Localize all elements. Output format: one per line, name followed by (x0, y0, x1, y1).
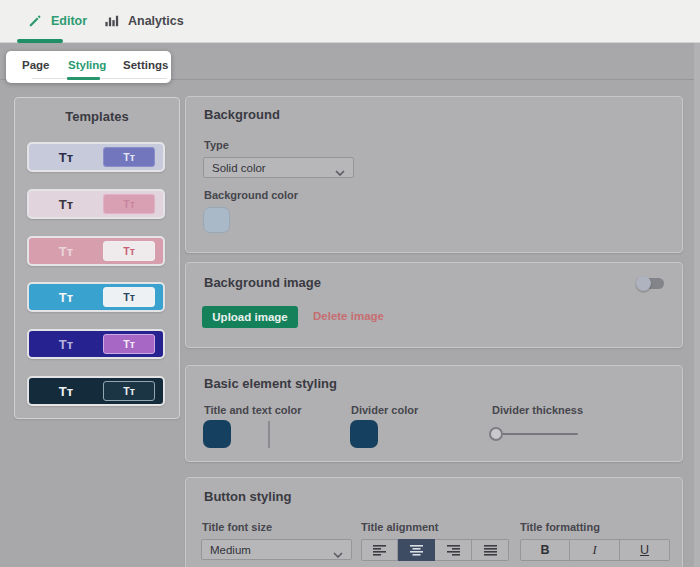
title-text-color-label: Title and text color (204, 404, 302, 416)
subtab-styling[interactable]: Styling (68, 59, 106, 71)
title-font-size-value: Medium (210, 544, 251, 556)
background-card: Background Type Solid color Background c… (185, 96, 683, 253)
template-sample-button: Tт (103, 334, 155, 354)
basic-styling-title: Basic element styling (204, 376, 337, 391)
template-item[interactable]: TтTт (27, 189, 165, 219)
top-bar: Editor Analytics (0, 0, 700, 43)
type-label: Type (204, 139, 229, 151)
divider-thickness-slider-knob[interactable] (489, 427, 503, 441)
template-item[interactable]: TтTт (27, 329, 165, 359)
align-justify-icon (483, 544, 498, 556)
template-sample-text: Tт (29, 378, 103, 404)
analytics-icon (104, 14, 119, 28)
button-styling-card: Button styling Title font size Medium Ti… (185, 477, 683, 567)
background-type-value: Solid color (212, 162, 266, 174)
scrollbar-track[interactable] (694, 43, 700, 567)
background-color-label: Background color (204, 189, 298, 201)
template-sample-button: Tт (103, 194, 155, 214)
divider-preview (268, 421, 270, 448)
align-left-icon (372, 544, 387, 556)
background-type-select[interactable]: Solid color (203, 157, 354, 178)
template-item[interactable]: TтTт (27, 142, 165, 172)
background-image-card: Background image Upload image Delete ima… (185, 262, 683, 348)
delete-image-button[interactable]: Delete image (313, 310, 384, 322)
template-sample-button: Tт (103, 381, 155, 401)
divider-thickness-label: Divider thickness (492, 404, 583, 416)
align-left-button[interactable] (361, 539, 398, 561)
template-sample-text: Tт (29, 191, 103, 217)
template-item[interactable]: TтTт (27, 282, 165, 312)
bold-button[interactable]: B (520, 539, 570, 561)
styling-tab-active-underline (67, 77, 100, 80)
button-styling-title: Button styling (204, 489, 291, 504)
template-sample-text: Tт (29, 331, 103, 357)
align-center-icon (409, 544, 424, 556)
template-sample-button: Tт (103, 147, 155, 167)
subtabs-highlight-box: Page Styling Settings (6, 51, 171, 83)
underline-button[interactable]: U (620, 539, 670, 561)
template-sample-button: Tт (103, 287, 155, 307)
editor-tab-active-underline (17, 39, 63, 43)
title-formatting-label: Title formatting (520, 521, 600, 533)
template-sample-text: Tт (29, 238, 103, 264)
align-justify-button[interactable] (472, 539, 509, 561)
divider-color-label: Divider color (351, 404, 418, 416)
tab-editor[interactable]: Editor (28, 0, 87, 42)
subtab-settings[interactable]: Settings (123, 59, 168, 71)
title-alignment-group (361, 539, 509, 561)
template-sample-button: Tт (103, 241, 155, 261)
align-center-button[interactable] (398, 539, 435, 561)
background-image-toggle[interactable] (636, 276, 666, 291)
toggle-knob (636, 276, 651, 291)
title-text-color-swatch[interactable] (203, 420, 231, 448)
align-right-icon (446, 544, 461, 556)
upload-image-button[interactable]: Upload image (202, 306, 298, 328)
title-alignment-label: Title alignment (361, 521, 438, 533)
tab-editor-label: Editor (51, 14, 87, 28)
title-formatting-group: B I U (520, 539, 670, 561)
background-color-swatch[interactable] (203, 207, 230, 233)
subtab-page[interactable]: Page (22, 59, 50, 71)
tab-analytics[interactable]: Analytics (104, 0, 184, 42)
divider-color-swatch[interactable] (350, 420, 378, 448)
tab-analytics-label: Analytics (128, 14, 184, 28)
templates-title: Templates (15, 109, 179, 124)
title-font-size-label: Title font size (202, 521, 272, 533)
basic-element-styling-card: Basic element styling Title and text col… (185, 365, 683, 462)
title-font-size-select[interactable]: Medium (201, 539, 352, 560)
divider-thickness-slider-track[interactable] (496, 433, 578, 435)
templates-panel: Templates TтTтTтTтTтTтTтTтTтTтTтTт (14, 97, 180, 419)
template-sample-text: Tт (29, 144, 103, 170)
background-image-title: Background image (204, 275, 321, 290)
background-title: Background (204, 107, 280, 122)
chevron-down-icon (333, 548, 343, 560)
template-item[interactable]: TтTт (27, 236, 165, 266)
chevron-down-icon (335, 166, 345, 178)
template-item[interactable]: TтTт (27, 376, 165, 406)
italic-button[interactable]: I (570, 539, 620, 561)
align-right-button[interactable] (435, 539, 472, 561)
template-sample-text: Tт (29, 284, 103, 310)
pencil-icon (28, 14, 42, 28)
